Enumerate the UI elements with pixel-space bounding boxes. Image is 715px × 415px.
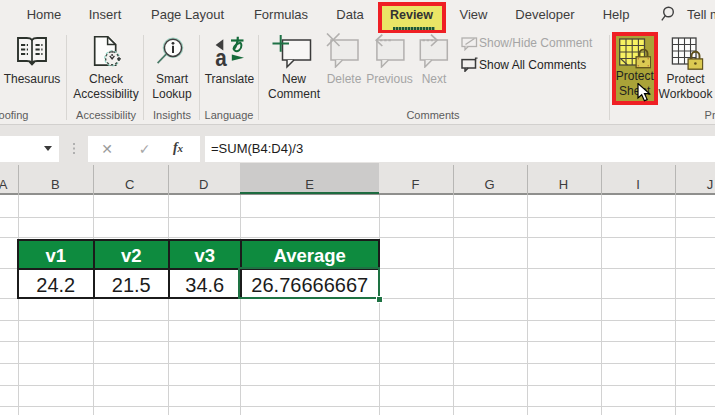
svg-text:a: a <box>215 44 227 67</box>
